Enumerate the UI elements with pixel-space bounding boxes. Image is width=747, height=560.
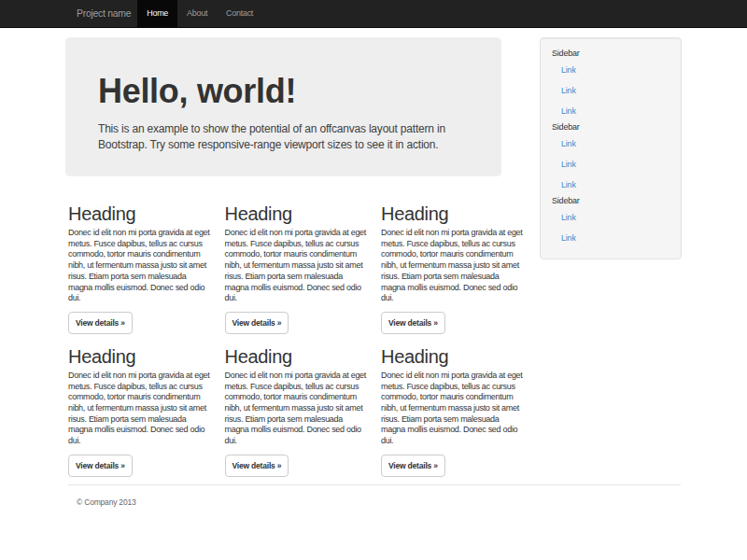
sidebar-link[interactable]: Link bbox=[552, 207, 669, 228]
view-details-button[interactable]: View details » bbox=[381, 312, 445, 334]
view-details-button[interactable]: View details » bbox=[381, 455, 445, 477]
sidebar-column: Sidebar Link Link Link Sidebar Link Link… bbox=[540, 37, 682, 259]
footer: © Company 2013 bbox=[65, 497, 682, 507]
card-heading: Heading bbox=[225, 203, 367, 225]
navbar-nav: Home About Contact bbox=[137, 0, 262, 27]
content-card: Heading Donec id elit non mi porta gravi… bbox=[225, 345, 367, 477]
nav-item-contact[interactable]: Contact bbox=[217, 0, 262, 27]
sidebar-link[interactable]: Link bbox=[552, 133, 669, 154]
nav-item-about[interactable]: About bbox=[177, 0, 217, 27]
content-card: Heading Donec id elit non mi porta gravi… bbox=[381, 203, 523, 334]
content-card: Heading Donec id elit non mi porta gravi… bbox=[225, 203, 367, 334]
view-details-button[interactable]: View details » bbox=[68, 312, 133, 334]
content-row: Hello, world! This is an example to show… bbox=[65, 28, 682, 477]
card-heading: Heading bbox=[225, 345, 367, 368]
footer-divider bbox=[68, 484, 681, 485]
content-card: Heading Donec id elit non mi porta gravi… bbox=[68, 345, 210, 477]
jumbotron-subtitle: This is an example to show the potential… bbox=[98, 121, 469, 153]
sidebar-section-title: Sidebar bbox=[552, 121, 669, 133]
sidebar-nav: Sidebar Link Link Link Sidebar Link Link… bbox=[552, 48, 669, 248]
sidebar-nav-item: Link bbox=[552, 133, 669, 154]
navbar: Project name Home About Contact bbox=[0, 0, 747, 28]
sidebar-link[interactable]: Link bbox=[552, 175, 669, 195]
cards-row-1: Heading Donec id elit non mi porta gravi… bbox=[68, 203, 501, 334]
sidebar-section-title: Sidebar bbox=[552, 195, 669, 207]
card-body-text: Donec id elit non mi porta gravida at eg… bbox=[225, 228, 367, 304]
sidebar-link[interactable]: Link bbox=[552, 60, 669, 80]
card-body-text: Donec id elit non mi porta gravida at eg… bbox=[68, 228, 210, 304]
sidebar-link[interactable]: Link bbox=[552, 228, 669, 248]
sidebar-well: Sidebar Link Link Link Sidebar Link Link… bbox=[540, 37, 682, 259]
card-body-text: Donec id elit non mi porta gravida at eg… bbox=[68, 371, 210, 447]
navbar-brand[interactable]: Project name bbox=[77, 0, 131, 27]
sidebar-nav-item: Link bbox=[552, 154, 669, 175]
card-heading: Heading bbox=[68, 345, 210, 368]
sidebar-nav-item: Link bbox=[552, 175, 669, 195]
nav-item-home[interactable]: Home bbox=[137, 0, 177, 27]
card-body-text: Donec id elit non mi porta gravida at eg… bbox=[381, 371, 523, 447]
sidebar-section-title: Sidebar bbox=[552, 48, 669, 60]
card-body-text: Donec id elit non mi porta gravida at eg… bbox=[381, 228, 523, 304]
content-card: Heading Donec id elit non mi porta gravi… bbox=[381, 345, 523, 477]
card-heading: Heading bbox=[381, 345, 523, 368]
sidebar-nav-item: Link bbox=[552, 60, 669, 80]
content-card: Heading Donec id elit non mi porta gravi… bbox=[68, 203, 210, 334]
view-details-button[interactable]: View details » bbox=[225, 455, 289, 477]
sidebar-nav-item: Link bbox=[552, 80, 669, 101]
jumbotron-title: Hello, world! bbox=[98, 73, 469, 110]
card-heading: Heading bbox=[68, 203, 210, 225]
view-details-button[interactable]: View details » bbox=[225, 312, 289, 334]
sidebar-nav-item: Link bbox=[552, 101, 669, 121]
page-container: Hello, world! This is an example to show… bbox=[65, 28, 682, 507]
card-heading: Heading bbox=[381, 203, 523, 225]
cards-row-2: Heading Donec id elit non mi porta gravi… bbox=[68, 345, 501, 477]
main-column: Hello, world! This is an example to show… bbox=[65, 37, 501, 477]
card-body-text: Donec id elit non mi porta gravida at eg… bbox=[225, 371, 367, 447]
view-details-button[interactable]: View details » bbox=[68, 455, 133, 477]
copyright-text: © Company 2013 bbox=[77, 497, 682, 507]
sidebar-link[interactable]: Link bbox=[552, 80, 669, 101]
sidebar-link[interactable]: Link bbox=[552, 154, 669, 175]
jumbotron: Hello, world! This is an example to show… bbox=[65, 37, 501, 176]
sidebar-link[interactable]: Link bbox=[552, 101, 669, 121]
sidebar-nav-item: Link bbox=[552, 228, 669, 248]
sidebar-nav-item: Link bbox=[552, 207, 669, 228]
